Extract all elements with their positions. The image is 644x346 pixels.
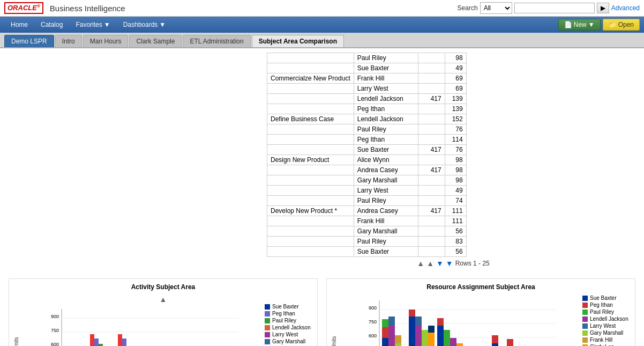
table-row: Andrea Casey41798 bbox=[267, 165, 467, 175]
name-cell: Andrea Casey bbox=[354, 206, 418, 216]
project-cell: Define Business Case bbox=[267, 114, 354, 124]
val1-cell bbox=[418, 186, 445, 196]
svg-rect-23 bbox=[99, 344, 103, 346]
table-row: Larry West69 bbox=[267, 84, 467, 94]
pagination-text: Rows 1 - 25 bbox=[455, 260, 490, 267]
tab-clark-sample[interactable]: Clark Sample bbox=[129, 35, 182, 47]
svg-rect-84 bbox=[415, 316, 422, 326]
folder-icon: 📁 bbox=[609, 21, 617, 28]
svg-rect-74 bbox=[382, 338, 388, 346]
data-table: Paul Riley98Sue Baxter49Commercialze New… bbox=[267, 53, 467, 257]
top-bar: ORACLE® Business Intelligence Search All… bbox=[0, 0, 644, 17]
last-page-btn[interactable]: ▼ bbox=[446, 259, 453, 268]
svg-rect-85 bbox=[422, 330, 428, 346]
val2-cell: 98 bbox=[445, 175, 466, 186]
nav-favorites[interactable]: Favorites ▼ bbox=[69, 18, 116, 32]
project-cell bbox=[267, 135, 354, 145]
prev-page-btn[interactable]: ▲ bbox=[426, 259, 434, 268]
scroll-up-left[interactable]: ▲ bbox=[13, 295, 313, 304]
search-area: Search All ▶ Advanced bbox=[458, 2, 640, 14]
chart-right-plot: 0 150 300 450 600 750 900 bbox=[341, 295, 578, 346]
svg-rect-89 bbox=[437, 318, 444, 326]
chart-left-inner: Planned Labor Units 0 150 300 450 600 75… bbox=[13, 304, 313, 346]
new-icon: 📄 bbox=[564, 21, 572, 28]
chart-right-y-label: Planned Units bbox=[331, 295, 337, 346]
val2-cell: 76 bbox=[445, 124, 466, 135]
svg-rect-87 bbox=[428, 326, 435, 333]
demo-tab[interactable]: Demo LSPR bbox=[4, 35, 54, 47]
nav-catalog[interactable]: Catalog bbox=[34, 18, 69, 32]
table-row: Larry West49 bbox=[267, 186, 467, 196]
val2-cell: 98 bbox=[445, 165, 466, 175]
project-cell bbox=[267, 145, 354, 155]
svg-rect-81 bbox=[409, 316, 415, 346]
svg-rect-78 bbox=[388, 316, 395, 326]
project-cell bbox=[267, 104, 354, 114]
val2-cell: 69 bbox=[445, 73, 466, 84]
val1-cell bbox=[418, 155, 445, 165]
advanced-link[interactable]: Advanced bbox=[611, 4, 640, 12]
name-cell: Gary Marshall bbox=[354, 175, 418, 186]
table-row: Commercialze New ProductFrank Hill69 bbox=[267, 73, 467, 84]
table-row: Gary Marshall98 bbox=[267, 175, 467, 186]
chart-left-legend: Sue Baxter Peg Ithan Paul Riley Lendell … bbox=[265, 304, 313, 346]
val2-cell: 139 bbox=[445, 94, 466, 104]
table-container: Paul Riley98Sue Baxter49Commercialze New… bbox=[267, 53, 640, 270]
val1-cell: 417 bbox=[418, 165, 445, 175]
first-page-btn[interactable]: ▲ bbox=[417, 259, 424, 268]
tab-intro[interactable]: Intro bbox=[55, 35, 82, 47]
search-dropdown[interactable]: All bbox=[480, 2, 512, 14]
name-cell: Peg Ithan bbox=[354, 104, 418, 114]
svg-rect-92 bbox=[456, 343, 463, 346]
chart-left: Activity Subject Area ▲ Planned Labor Un… bbox=[9, 278, 318, 346]
project-cell: Commercialze New Product bbox=[267, 73, 354, 84]
name-cell: Andrea Casey bbox=[354, 165, 418, 175]
svg-rect-77 bbox=[388, 326, 395, 346]
tab-subject-area[interactable]: Subject Area Comparison bbox=[252, 35, 344, 47]
name-cell: Larry West bbox=[354, 84, 418, 94]
svg-rect-76 bbox=[382, 319, 388, 327]
val2-cell: 74 bbox=[445, 196, 466, 206]
svg-rect-26 bbox=[118, 334, 122, 346]
val1-cell: 417 bbox=[418, 94, 445, 104]
nav-home[interactable]: Home bbox=[4, 18, 34, 32]
open-button[interactable]: 📁 Open bbox=[603, 19, 640, 31]
chart-right-title: Resource Assignment Subject Area bbox=[331, 283, 631, 291]
table-row: Frank Hill111 bbox=[267, 216, 467, 226]
val1-cell: 417 bbox=[418, 145, 445, 155]
project-cell bbox=[267, 196, 354, 206]
nav-dashboards[interactable]: Dashboards ▼ bbox=[117, 18, 173, 32]
search-input[interactable] bbox=[514, 3, 595, 13]
project-cell bbox=[267, 124, 354, 135]
bi-title: Business Intelligence bbox=[50, 4, 125, 13]
name-cell: Larry West bbox=[354, 186, 418, 196]
tab-man-hours[interactable]: Man Hours bbox=[83, 35, 129, 47]
search-label: Search bbox=[458, 4, 478, 12]
svg-rect-22 bbox=[94, 338, 99, 346]
svg-text:600: 600 bbox=[369, 333, 377, 338]
val1-cell bbox=[418, 226, 445, 237]
table-row: Design New ProductAlice Wynn98 bbox=[267, 155, 467, 165]
val1-cell bbox=[418, 175, 445, 186]
tab-etl-admin[interactable]: ETL Administration bbox=[183, 35, 250, 47]
name-cell: Sue Baxter bbox=[354, 247, 418, 257]
chart-right: Resource Assignment Subject Area Planned… bbox=[326, 278, 635, 346]
chart-right-svg: 0 150 300 450 600 750 900 bbox=[341, 295, 578, 346]
svg-text:750: 750 bbox=[369, 319, 377, 325]
project-cell bbox=[267, 216, 354, 226]
main-content: Paul Riley98Sue Baxter49Commercialze New… bbox=[0, 48, 644, 346]
table-row: Develop New Product *Andrea Casey417111 bbox=[267, 206, 467, 216]
name-cell: Sue Baxter bbox=[354, 145, 418, 155]
next-page-btn[interactable]: ▼ bbox=[436, 259, 444, 268]
val2-cell: 111 bbox=[445, 206, 466, 216]
svg-rect-98 bbox=[492, 343, 498, 346]
table-row: Peg Ithan139 bbox=[267, 104, 467, 114]
search-button[interactable]: ▶ bbox=[597, 3, 609, 13]
svg-rect-83 bbox=[415, 326, 422, 346]
svg-text:900: 900 bbox=[369, 305, 377, 311]
svg-rect-90 bbox=[444, 330, 450, 346]
name-cell: Frank Hill bbox=[354, 73, 418, 84]
val1-cell bbox=[418, 73, 445, 84]
new-button[interactable]: 📄 New ▼ bbox=[558, 19, 601, 31]
project-cell bbox=[267, 237, 354, 247]
